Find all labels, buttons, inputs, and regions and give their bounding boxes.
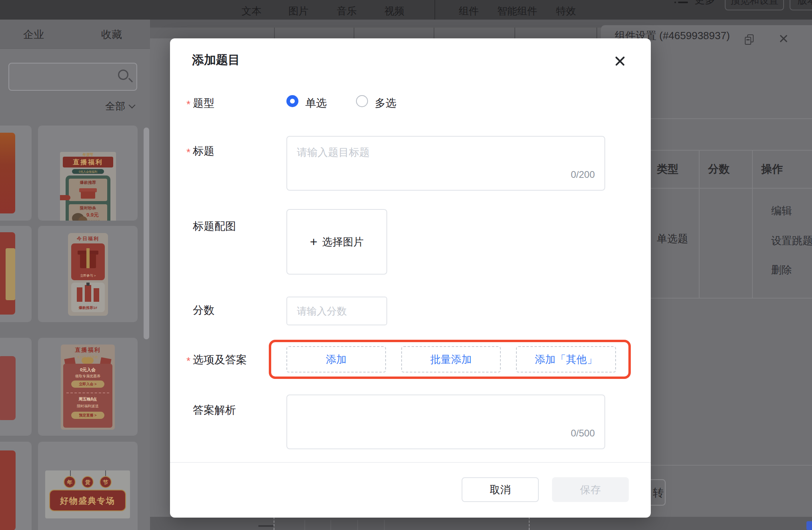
radio-single-choice-label[interactable]: 单选 xyxy=(305,96,327,110)
title-image-label: 标题配图 xyxy=(193,219,236,233)
toolbar-divider xyxy=(434,0,435,20)
thumbnail-live-welfare: 年货节 直播福利 0元入会领福利 爆款推荐 限时秒杀 xyxy=(60,152,116,221)
row-type-cell: 单选题 xyxy=(657,232,688,246)
tab-image[interactable]: 图片 xyxy=(288,4,308,18)
required-mark: * xyxy=(186,98,190,111)
panel-separator xyxy=(434,28,434,38)
panel-separator xyxy=(274,28,275,38)
tab-text[interactable]: 文本 xyxy=(242,4,262,18)
add-other-button[interactable]: 添加「其他」 xyxy=(516,346,616,373)
tab-component[interactable]: 组件 xyxy=(459,4,479,18)
sidebar-search xyxy=(8,63,137,91)
card-title-ribbon: 直播福利 xyxy=(63,157,113,167)
search-icon-handle xyxy=(128,78,133,82)
question-type-label: 题型 xyxy=(193,96,214,110)
answer-analysis-label: 答案解析 xyxy=(193,403,236,417)
required-mark: * xyxy=(186,146,190,159)
card-body: 爆款推荐 限时秒杀 9.9元 详情咨询客服 xyxy=(66,175,110,221)
modal-close-icon[interactable] xyxy=(613,54,627,68)
cloud-decor xyxy=(60,195,70,200)
thumbnail-partial xyxy=(0,450,16,530)
canvas-guide-dashed xyxy=(529,517,530,530)
batch-add-button[interactable]: 批量添加 xyxy=(401,346,501,373)
add-question-modal: 添加题目 * 题型 单选 多选 * 标题 0/200 标题配图 + 选择图片 分… xyxy=(170,38,651,518)
corner-scroll-indicator xyxy=(806,521,812,530)
options-answers-label: 选项及答案 xyxy=(193,353,247,367)
chevron-down-icon[interactable] xyxy=(129,102,136,109)
tab-effects[interactable]: 特效 xyxy=(556,4,576,18)
thumbnail-cell[interactable]: 年货节 直播福利 0元入会领福利 爆款推荐 限时秒杀 xyxy=(38,126,138,221)
panel-separator xyxy=(596,28,597,38)
cancel-button[interactable]: 取消 xyxy=(462,477,539,502)
panel-separator xyxy=(514,28,515,38)
asset-sidebar: 企业 收藏 全部 年货节 xyxy=(0,20,150,530)
tab-music[interactable]: 音乐 xyxy=(337,4,357,18)
panel-close-icon[interactable] xyxy=(779,34,788,43)
title-char-counter: 0/200 xyxy=(571,169,595,180)
more-button[interactable]: 更多 xyxy=(694,0,715,7)
sidebar-tabstrip: 企业 收藏 xyxy=(0,20,150,49)
action-jump-link[interactable]: 设置跳题 xyxy=(771,234,812,248)
thumbnail-cell[interactable] xyxy=(0,226,32,322)
thumbnail-partial xyxy=(0,356,16,420)
action-delete-link[interactable]: 删除 xyxy=(771,263,792,277)
radio-single-choice[interactable] xyxy=(286,95,298,107)
col-header-type: 类型 xyxy=(657,162,678,176)
modal-footer-divider xyxy=(170,462,651,463)
tab-smart-component[interactable]: 智能组件 xyxy=(497,4,537,18)
bottom-strip xyxy=(150,517,812,530)
sidebar-tab-company[interactable]: 企业 xyxy=(23,28,44,42)
thumbnail-cell[interactable]: 年 货 节 好物盛典专场 xyxy=(38,442,138,530)
sidebar-tab-favorites[interactable]: 收藏 xyxy=(101,28,122,42)
select-image-button[interactable]: + 选择图片 xyxy=(286,209,387,275)
thumbnail-cell[interactable]: 今日福利 立即参与 > 爆款推荐1# xyxy=(38,226,138,322)
card-subtitle-pill: 0元入会领福利 xyxy=(72,169,104,174)
preview-settings-button[interactable]: 预览和设置 xyxy=(725,0,784,10)
table-grid-line xyxy=(752,150,753,299)
thumbnail-cell[interactable]: 直播福利 6.10日 8点开抢 0元入会 领取专属优惠券 立即入会 > 周五晚8… xyxy=(38,338,138,436)
required-mark: * xyxy=(186,355,190,367)
canvas-guide-dashed xyxy=(274,517,274,530)
col-header-score: 分数 xyxy=(708,162,730,176)
save-button[interactable]: 保存 xyxy=(552,477,629,502)
tab-video[interactable]: 视频 xyxy=(384,4,404,18)
score-label: 分数 xyxy=(193,303,214,317)
panel-separator xyxy=(354,28,354,38)
radio-multi-choice-label[interactable]: 多选 xyxy=(375,96,396,110)
thumbnail-cell[interactable] xyxy=(0,126,32,221)
table-grid-line xyxy=(699,150,700,299)
search-input[interactable] xyxy=(15,66,115,88)
question-title-label: 标题 xyxy=(193,144,214,158)
action-edit-link[interactable]: 编辑 xyxy=(771,204,792,218)
answer-analysis-field: 0/500 xyxy=(286,395,605,449)
score-field xyxy=(286,297,387,325)
modal-title: 添加题目 xyxy=(192,52,240,68)
analysis-char-counter: 0/500 xyxy=(571,428,595,439)
sidebar-scrollbar[interactable] xyxy=(144,128,149,339)
version-button[interactable]: 版本 xyxy=(790,0,812,10)
question-title-field: 0/200 xyxy=(286,136,605,191)
col-header-action: 操作 xyxy=(761,162,783,176)
search-icon[interactable] xyxy=(118,70,128,80)
thumbnail-cell[interactable] xyxy=(0,338,32,436)
list-icon xyxy=(674,0,688,5)
thumbnail-live-envelope: 直播福利 6.10日 8点开抢 0元入会 领取专属优惠券 立即入会 > 周五晚8… xyxy=(61,345,115,430)
score-input[interactable] xyxy=(287,297,386,325)
add-option-button[interactable]: 添加 xyxy=(286,346,386,373)
thumbnail-goods-festival: 年 货 节 好物盛典专场 xyxy=(45,470,130,518)
question-title-textarea[interactable] xyxy=(287,137,604,190)
thumbnail-partial xyxy=(0,232,15,315)
plus-icon: + xyxy=(310,235,318,248)
filter-all-dropdown[interactable]: 全部 xyxy=(105,100,125,113)
copy-icon[interactable] xyxy=(745,34,754,46)
answer-analysis-textarea[interactable] xyxy=(287,395,604,448)
top-toolbar: 文本 图片 音乐 视频 组件 智能组件 特效 更多 预览和设置 版本 xyxy=(0,0,812,20)
thumbnail-partial xyxy=(0,133,15,213)
radio-multi-choice[interactable] xyxy=(356,95,368,107)
thumbnail-cell[interactable] xyxy=(0,442,32,530)
thumbnail-today-welfare: 今日福利 立即参与 > 爆款推荐1# xyxy=(68,233,108,316)
app-root: 文本 图片 音乐 视频 组件 智能组件 特效 更多 预览和设置 版本 企业 收藏 xyxy=(0,0,812,530)
canvas-guide-mark xyxy=(258,525,274,527)
